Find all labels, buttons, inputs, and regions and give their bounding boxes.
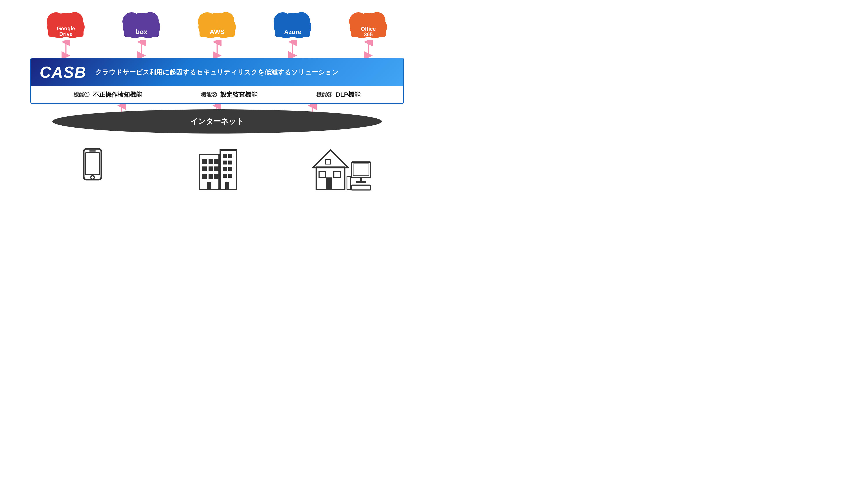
svg-rect-55 <box>214 166 219 171</box>
svg-rect-80 <box>351 185 371 190</box>
svg-rect-75 <box>326 159 331 164</box>
cloud-row: Google Drive box <box>19 7 415 38</box>
internet-section: インターネット <box>30 104 404 148</box>
feature-3-name: DLP機能 <box>336 91 361 99</box>
svg-rect-67 <box>223 174 227 178</box>
feature-1: 機能① 不正操作検知機能 <box>73 91 142 99</box>
svg-text:AWS: AWS <box>210 28 224 35</box>
office365-cloud-icon: Office 365 <box>348 7 388 38</box>
arrow-box <box>122 40 161 58</box>
cloud-item-office365: Office 365 <box>348 7 388 38</box>
home-icon <box>311 148 372 192</box>
feature-1-name: 不正操作検知機能 <box>93 91 142 99</box>
svg-rect-65 <box>223 167 227 171</box>
double-arrow-aws <box>212 40 223 58</box>
building-icon <box>195 148 239 192</box>
svg-text:Google: Google <box>57 26 75 31</box>
casb-header: CASB クラウドサービス利用に起因するセキュリティリスクを低減するソリューショ… <box>31 58 403 86</box>
svg-rect-68 <box>228 174 232 178</box>
svg-rect-46 <box>86 153 99 174</box>
svg-text:Azure: Azure <box>284 29 301 35</box>
svg-rect-50 <box>202 159 207 164</box>
arrow-google <box>46 40 86 58</box>
smartphone-icon <box>79 148 106 190</box>
casb-features: 機能① 不正操作検知機能 機能② 設定監査機能 機能③ DLP機能 <box>31 86 403 103</box>
bottom-section <box>30 148 404 192</box>
svg-rect-54 <box>209 166 213 171</box>
casb-title: CASB <box>40 63 86 81</box>
svg-rect-57 <box>209 174 213 179</box>
arrow-aws <box>197 40 237 58</box>
svg-text:Office: Office <box>361 26 376 32</box>
svg-text:box: box <box>135 28 148 35</box>
arrows-cloud-to-casb <box>19 40 415 58</box>
feature-2-num: 機能② <box>201 91 217 98</box>
cloud-item-aws: AWS <box>197 7 237 38</box>
svg-rect-63 <box>223 161 227 164</box>
cloud-item-google-drive: Google Drive <box>46 7 86 38</box>
double-arrow-box <box>136 40 147 58</box>
arrow-azure <box>273 40 312 58</box>
svg-rect-79 <box>356 181 366 183</box>
svg-rect-81 <box>347 177 350 190</box>
svg-text:Drive: Drive <box>59 31 72 37</box>
feature-3-num: 機能③ <box>316 91 332 98</box>
svg-rect-48 <box>89 151 96 152</box>
double-arrow-azure <box>287 40 298 58</box>
svg-rect-59 <box>207 182 211 190</box>
svg-rect-53 <box>202 166 207 171</box>
svg-rect-76 <box>351 162 371 178</box>
aws-cloud-icon: AWS <box>197 7 237 38</box>
feature-2: 機能② 設定監査機能 <box>201 91 257 99</box>
internet-label: インターネット <box>190 117 244 127</box>
double-arrow-google <box>60 40 71 58</box>
svg-text:365: 365 <box>364 31 372 37</box>
svg-rect-77 <box>353 164 369 176</box>
feature-3: 機能③ DLP機能 <box>316 91 361 99</box>
box-cloud-icon: box <box>122 7 161 38</box>
internet-blob: インターネット <box>52 109 382 133</box>
casb-subtitle: クラウドサービス利用に起因するセキュリティリスクを低減するソリューション <box>95 68 395 77</box>
svg-rect-52 <box>214 159 219 164</box>
svg-rect-74 <box>334 171 340 178</box>
device-smartphone <box>60 148 125 190</box>
svg-point-47 <box>91 176 94 179</box>
google-drive-cloud-icon: Google Drive <box>46 7 86 38</box>
svg-rect-51 <box>209 159 213 164</box>
diagram-container: Google Drive box <box>19 7 415 231</box>
svg-rect-62 <box>228 154 232 158</box>
device-home <box>309 148 374 192</box>
arrow-office <box>348 40 388 58</box>
cloud-item-azure: Azure <box>273 7 312 38</box>
svg-rect-56 <box>202 174 207 179</box>
device-building <box>184 148 250 192</box>
cloud-item-box: box <box>122 7 161 38</box>
svg-rect-69 <box>225 182 229 190</box>
svg-rect-64 <box>228 161 232 164</box>
svg-rect-66 <box>228 167 232 171</box>
svg-rect-58 <box>214 174 219 179</box>
svg-rect-73 <box>319 171 326 178</box>
casb-box: CASB クラウドサービス利用に起因するセキュリティリスクを低減するソリューショ… <box>30 58 404 104</box>
double-arrow-office <box>363 40 374 58</box>
svg-rect-61 <box>223 154 227 158</box>
feature-2-name: 設定監査機能 <box>220 91 257 99</box>
azure-cloud-icon: Azure <box>273 7 312 38</box>
svg-rect-72 <box>326 178 332 190</box>
feature-1-num: 機能① <box>73 91 89 98</box>
